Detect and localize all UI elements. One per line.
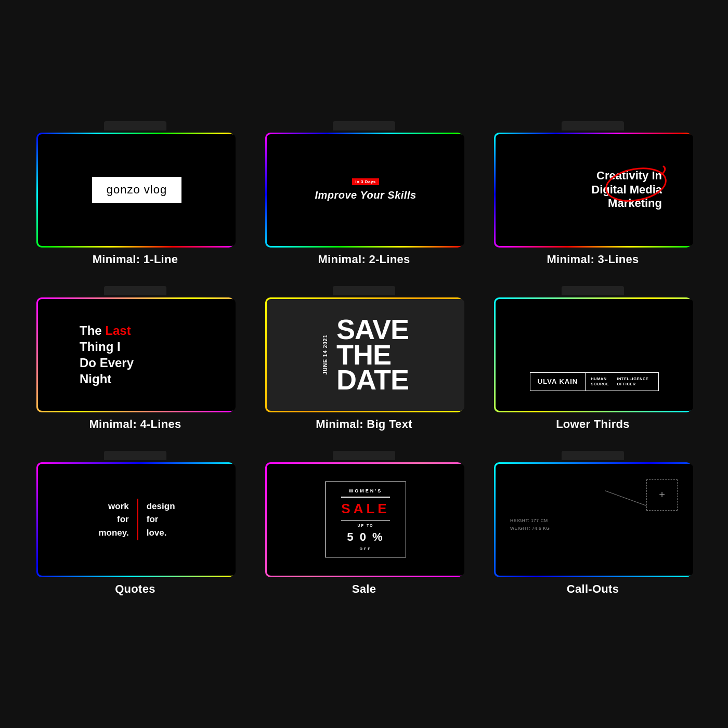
big-line2: THE bbox=[336, 342, 409, 368]
screen-inner-quotes: work for money. design for love. bbox=[38, 464, 236, 576]
lt-title-line1: HUMAN SOURCE bbox=[591, 376, 616, 387]
big-line1: SAVE bbox=[336, 317, 409, 342]
sale-percent: 5 0 % bbox=[347, 530, 384, 544]
logo-box: gonzo vlog bbox=[92, 177, 181, 203]
screen-callouts: + HEIGHT: 177 CM WEIGHT: 74.6 KG bbox=[496, 464, 693, 576]
screen-inner-sale: WOMEN'S SALE UP TO 5 0 % OFF bbox=[267, 464, 464, 576]
top-bar-bigtext bbox=[333, 286, 395, 295]
small-date-text: JUNE 14 2021 bbox=[322, 334, 328, 375]
top-bar-3lines bbox=[562, 121, 624, 131]
sale-womens: WOMEN'S bbox=[349, 488, 383, 493]
sale-off: OFF bbox=[360, 547, 372, 551]
label-2lines: Minimal: 2-Lines bbox=[318, 253, 410, 266]
callout-plus-icon: + bbox=[659, 489, 665, 501]
card-1line[interactable]: gonzo vlog Minimal: 1-Line bbox=[36, 133, 234, 266]
sale-word: SALE bbox=[341, 501, 389, 517]
screen-2lines: in 3 Days Improve Your Skills bbox=[267, 134, 464, 246]
big-line3: DATE bbox=[336, 367, 409, 393]
screen-wrapper-lowerthirds: ULVA KAIN HUMAN SOURCE INTELLIGENCE OFFI… bbox=[494, 297, 692, 409]
border-lowerthirds: ULVA KAIN HUMAN SOURCE INTELLIGENCE OFFI… bbox=[494, 297, 692, 412]
top-bar-2lines bbox=[333, 121, 395, 131]
screen-quotes: work for money. design for love. bbox=[38, 464, 236, 576]
callout-stat1: HEIGHT: 177 CM bbox=[510, 517, 550, 525]
card-lowerthirds[interactable]: ULVA KAIN HUMAN SOURCE INTELLIGENCE OFFI… bbox=[494, 297, 692, 431]
top-bar-lowerthirds bbox=[562, 286, 624, 295]
screen-wrapper-3lines: Creativity In Digital Media Marketing bbox=[494, 133, 692, 244]
sale-box: WOMEN'S SALE UP TO 5 0 % OFF bbox=[325, 482, 406, 557]
card-3lines[interactable]: Creativity In Digital Media Marketing Mi… bbox=[494, 133, 692, 266]
screen-wrapper-2lines: in 3 Days Improve Your Skills bbox=[265, 133, 463, 244]
lt-title: HUMAN SOURCE INTELLIGENCE OFFICER bbox=[586, 373, 658, 391]
callout-stat2: WEIGHT: 74.6 KG bbox=[510, 525, 550, 532]
top-bar-callouts bbox=[562, 451, 624, 460]
quote-right-line3: love. bbox=[147, 526, 175, 540]
border-1line: gonzo vlog bbox=[36, 133, 234, 248]
screen-wrapper-callouts: + HEIGHT: 177 CM WEIGHT: 74.6 KG bbox=[494, 462, 692, 574]
screen-inner-1line: gonzo vlog bbox=[38, 134, 236, 246]
border-quotes: work for money. design for love. bbox=[36, 462, 234, 577]
red-word-4lines: Last bbox=[105, 323, 131, 337]
screen-inner-3lines: Creativity In Digital Media Marketing bbox=[496, 134, 678, 246]
quote-right: design for love. bbox=[138, 500, 175, 540]
screen-wrapper-bigtext: JUNE 14 2021 SAVE THE DATE bbox=[265, 297, 463, 409]
screen-wrapper-quotes: work for money. design for love. bbox=[36, 462, 234, 574]
red-circle-icon bbox=[602, 164, 670, 205]
screen-3lines: Creativity In Digital Media Marketing bbox=[496, 134, 693, 246]
label-1line: Minimal: 1-Line bbox=[93, 253, 178, 266]
lt-title-line2: INTELLIGENCE OFFICER bbox=[617, 376, 653, 387]
top-bar-sale bbox=[333, 451, 395, 460]
sale-top-hr bbox=[341, 497, 389, 498]
red-tag: in 3 Days bbox=[352, 178, 379, 185]
top-bar-quotes bbox=[104, 451, 166, 460]
quote-left-line1: work bbox=[98, 500, 128, 513]
screen-wrapper-1line: gonzo vlog bbox=[36, 133, 234, 244]
headline-3lines: Creativity In Digital Media Marketing bbox=[591, 169, 662, 210]
callout-dashed-box: + bbox=[646, 479, 678, 511]
line2-4lines: Do Every bbox=[80, 356, 134, 370]
top-bar-4lines bbox=[104, 286, 166, 295]
label-bigtext: Minimal: Big Text bbox=[316, 418, 412, 431]
headline-2lines: Improve Your Skills bbox=[315, 189, 416, 201]
card-quotes[interactable]: work for money. design for love. Quotes bbox=[36, 462, 234, 596]
screen-wrapper-sale: WOMEN'S SALE UP TO 5 0 % OFF bbox=[265, 462, 463, 574]
screen-4lines: The Last Thing I Do Every Night bbox=[38, 299, 236, 411]
screen-wrapper-4lines: The Last Thing I Do Every Night bbox=[36, 297, 234, 409]
lower-third-box: ULVA KAIN HUMAN SOURCE INTELLIGENCE OFFI… bbox=[530, 372, 659, 391]
card-bigtext[interactable]: JUNE 14 2021 SAVE THE DATE Minimal: Big … bbox=[265, 297, 463, 431]
quote-left-line2: for bbox=[98, 513, 128, 526]
card-4lines[interactable]: The Last Thing I Do Every Night Minimal:… bbox=[36, 297, 234, 431]
screen-inner-4lines: The Last Thing I Do Every Night bbox=[59, 299, 236, 411]
border-3lines: Creativity In Digital Media Marketing bbox=[494, 133, 692, 248]
label-3lines: Minimal: 3-Lines bbox=[547, 253, 639, 266]
border-callouts: + HEIGHT: 177 CM WEIGHT: 74.6 KG bbox=[494, 462, 692, 577]
sale-upto: UP TO bbox=[357, 524, 373, 527]
callout-connector-line bbox=[605, 490, 646, 505]
border-2lines: in 3 Days Improve Your Skills bbox=[265, 133, 463, 248]
card-2lines[interactable]: in 3 Days Improve Your Skills Minimal: 2… bbox=[265, 133, 463, 266]
label-quotes: Quotes bbox=[115, 582, 155, 596]
border-sale: WOMEN'S SALE UP TO 5 0 % OFF bbox=[265, 462, 463, 577]
quote-left-line3: money. bbox=[98, 526, 128, 540]
quote-right-line2: for bbox=[147, 513, 175, 526]
card-callouts[interactable]: + HEIGHT: 177 CM WEIGHT: 74.6 KG Call-Ou… bbox=[494, 462, 692, 596]
headline-4lines: The Last Thing I Do Every Night bbox=[80, 322, 134, 387]
line1-4lines: Thing I bbox=[80, 340, 121, 354]
callout-stats: HEIGHT: 177 CM WEIGHT: 74.6 KG bbox=[510, 517, 550, 533]
quote-left: work for money. bbox=[98, 500, 137, 540]
big-text-main: SAVE THE DATE bbox=[336, 317, 409, 393]
svg-point-0 bbox=[604, 164, 669, 205]
lt-name: ULVA KAIN bbox=[530, 373, 586, 391]
main-grid: gonzo vlog Minimal: 1-Line in 3 Days Imp… bbox=[16, 112, 712, 617]
border-4lines: The Last Thing I Do Every Night bbox=[36, 297, 234, 412]
label-4lines: Minimal: 4-Lines bbox=[89, 418, 181, 431]
screen-lowerthirds: ULVA KAIN HUMAN SOURCE INTELLIGENCE OFFI… bbox=[496, 299, 693, 411]
label-lowerthirds: Lower Thirds bbox=[556, 418, 630, 431]
card-sale[interactable]: WOMEN'S SALE UP TO 5 0 % OFF Sale bbox=[265, 462, 463, 596]
screen-1line: gonzo vlog bbox=[38, 134, 236, 246]
label-callouts: Call-Outs bbox=[567, 582, 619, 596]
screen-bigtext: JUNE 14 2021 SAVE THE DATE bbox=[267, 299, 464, 411]
border-bigtext: JUNE 14 2021 SAVE THE DATE bbox=[265, 297, 463, 412]
prefix-4lines: The bbox=[80, 323, 102, 337]
screen-inner-bigtext: JUNE 14 2021 SAVE THE DATE bbox=[267, 299, 464, 411]
top-bar-1line bbox=[104, 121, 166, 131]
